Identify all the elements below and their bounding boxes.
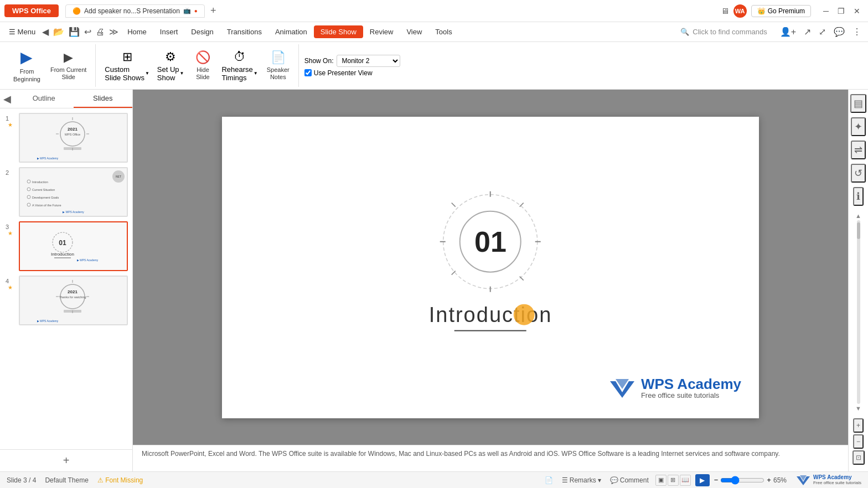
right-animation-icon[interactable]: ✦ xyxy=(851,117,866,136)
add-tab-button[interactable]: + xyxy=(207,5,220,17)
document-tab[interactable]: 🟠 Add speaker no...S Presentation 📺 ● xyxy=(65,4,205,18)
unsaved-dot: ● xyxy=(194,8,198,14)
rehearse-timings-button[interactable]: ⏱ RehearseTimings ▼ xyxy=(218,48,261,84)
svg-point-9 xyxy=(27,180,30,183)
avatar[interactable]: WA xyxy=(733,4,747,18)
premium-button[interactable]: 👑 Go Premium xyxy=(751,5,811,17)
slide-circle-wrapper: 01 xyxy=(438,189,543,294)
expand-icon[interactable]: ⤢ xyxy=(817,25,828,38)
comment-icon[interactable]: 💬 xyxy=(831,25,847,38)
hide-slide-button[interactable]: 🚫 HideSlide xyxy=(188,48,217,83)
remarks-button[interactable]: ☰ Remarks ▾ xyxy=(560,475,603,485)
start-group: ▶ FromBeginning ▶ From CurrentSlide xyxy=(4,44,96,87)
presentation-icon: 📺 xyxy=(183,7,191,14)
tab-slideshow[interactable]: Slide Show xyxy=(314,25,363,38)
monitor-icon: 🖥 xyxy=(721,6,729,15)
quick-access-undo[interactable]: ↩ xyxy=(82,25,94,38)
zoom-out-button[interactable]: − xyxy=(714,476,719,484)
title-bar-right: 🖥 WA 👑 Go Premium ─ ❐ ✕ xyxy=(721,4,864,18)
tab-animation[interactable]: Animation xyxy=(268,25,314,38)
slide-thumbnail-2[interactable]: NET Introduction Current Situation Devel… xyxy=(19,167,128,217)
font-missing: ⚠ Font Missing xyxy=(97,476,143,484)
close-button[interactable]: ✕ xyxy=(850,6,864,17)
add-slide-area: + xyxy=(0,449,132,471)
monitor-select[interactable]: Monitor 2 Monitor 1 Primary Monitor xyxy=(337,55,400,67)
zoom-in-button[interactable]: + xyxy=(767,476,771,484)
more-icon[interactable]: ⋮ xyxy=(850,25,864,38)
minimize-button[interactable]: ─ xyxy=(820,6,832,17)
tab-view[interactable]: View xyxy=(400,25,428,38)
normal-view-icon[interactable]: ▣ xyxy=(655,475,666,486)
svg-text:Current Situation: Current Situation xyxy=(32,188,55,191)
view-icons: ▣ ⊞ 📖 xyxy=(655,475,691,486)
quick-access-save[interactable]: 💾 xyxy=(66,25,82,38)
tab-insert[interactable]: Insert xyxy=(153,25,185,38)
right-info-icon[interactable]: ℹ xyxy=(853,187,864,206)
menu-button[interactable]: ☰ Menu xyxy=(4,25,40,38)
custom-slides-icon: ⊞ xyxy=(122,50,132,64)
set-up-show-button[interactable]: ⚙ Set UpShow ▼ xyxy=(154,48,188,84)
right-scrollbar-area: ▲ ▼ xyxy=(849,210,868,414)
rehearse-label: RehearseTimings xyxy=(221,65,252,82)
right-history-icon[interactable]: ↺ xyxy=(851,164,866,183)
slide-thumbnail-4[interactable]: 2021 Thanks for watching ▶ WPS Academy xyxy=(19,276,128,325)
slide-thumb-1[interactable]: 1 ★ 2021 WPS Office xyxy=(4,113,128,163)
tab-tools[interactable]: Tools xyxy=(428,25,458,38)
restore-button[interactable]: ❐ xyxy=(834,6,848,17)
slide-thumbnail-1[interactable]: 2021 WPS Office ▶ WPS Academy xyxy=(19,113,128,163)
slide-star-4: ★ xyxy=(8,284,13,290)
zoom-out-icon[interactable]: − xyxy=(853,434,864,449)
sidebar-collapse-button[interactable]: ◀ xyxy=(0,91,14,107)
tab-home[interactable]: Home xyxy=(121,25,153,38)
slide-thumb-3[interactable]: 3 ★ 01 Introduction ▶ WPS Academy xyxy=(4,221,128,271)
notes-icon: 📄 xyxy=(545,476,553,484)
scroll-down-button[interactable]: ▼ xyxy=(855,405,861,412)
tab-outline[interactable]: Outline xyxy=(14,90,74,108)
wps-logo-row: WPS Academy Free office suite tutorials xyxy=(608,377,741,401)
nav-back-button[interactable]: ◀ xyxy=(40,25,51,38)
slide-thumb-2[interactable]: 2 NET Introduction Current Situation Dev… xyxy=(4,167,128,217)
remarks-arrow: ▾ xyxy=(598,476,601,484)
zoom-slider[interactable] xyxy=(720,476,764,485)
share-icon[interactable]: 👤+ xyxy=(778,25,798,38)
status-left: Slide 3 / 4 Default Theme ⚠ Font Missing xyxy=(7,476,143,484)
slide2-logo: NET xyxy=(112,170,125,183)
fit-screen-icon[interactable]: ⊡ xyxy=(852,450,865,465)
quick-access-print[interactable]: 🖨 xyxy=(94,26,107,38)
presenter-view-checkbox[interactable] xyxy=(304,69,312,76)
right-properties-icon[interactable]: ▤ xyxy=(850,94,866,113)
slide-num-4: 4 xyxy=(6,276,14,284)
tab-design[interactable]: Design xyxy=(184,25,220,38)
add-slide-button[interactable]: + xyxy=(63,454,70,467)
from-current-slide-button[interactable]: ▶ From CurrentSlide xyxy=(46,48,91,83)
comment-button[interactable]: 💬 Comment xyxy=(608,475,651,485)
play-button[interactable]: ▶ xyxy=(695,474,710,486)
crown-icon: 👑 xyxy=(757,7,766,15)
play-from-beginning-icon: ▶ xyxy=(20,48,33,66)
tab-transitions[interactable]: Transitions xyxy=(220,25,268,38)
slide-canvas-wrapper: 01 Introduction xyxy=(133,90,848,445)
svg-text:▶ WPS Academy: ▶ WPS Academy xyxy=(37,157,59,160)
quick-access-open[interactable]: 📂 xyxy=(51,25,66,38)
custom-slide-label: CustomSlide Shows xyxy=(105,65,144,82)
from-beginning-button[interactable]: ▶ FromBeginning xyxy=(9,46,45,85)
tab-slides[interactable]: Slides xyxy=(74,90,133,108)
zoom-in-icon[interactable]: + xyxy=(853,418,864,433)
wps-logo-button[interactable]: WPS Office xyxy=(4,4,59,17)
svg-text:Introduction: Introduction xyxy=(32,180,48,184)
tab-review[interactable]: Review xyxy=(363,25,400,38)
grid-view-icon[interactable]: ⊞ xyxy=(668,475,679,486)
doc-icon: 🟠 xyxy=(73,7,81,15)
command-search[interactable]: 🔍 Click to find commands xyxy=(674,25,773,39)
slide-thumbnail-3[interactable]: 01 Introduction ▶ WPS Academy xyxy=(19,221,128,271)
slide-thumb-4[interactable]: 4 ★ 2021 Thanks for watching xyxy=(4,276,128,325)
right-transitions-icon[interactable]: ⇌ xyxy=(851,141,866,159)
title-bar: WPS Office 🟠 Add speaker no...S Presenta… xyxy=(0,0,868,22)
notes-toggle-button[interactable]: 📄 xyxy=(542,475,555,485)
quick-access-more[interactable]: ≫ xyxy=(107,25,121,38)
reading-view-icon[interactable]: 📖 xyxy=(680,475,691,486)
scroll-up-button[interactable]: ▲ xyxy=(855,212,861,219)
export-icon[interactable]: ↗ xyxy=(802,25,813,38)
speaker-notes-button[interactable]: 📄 SpeakerNotes xyxy=(262,48,294,83)
custom-slide-shows-button[interactable]: ⊞ CustomSlide Shows ▼ xyxy=(101,48,152,84)
